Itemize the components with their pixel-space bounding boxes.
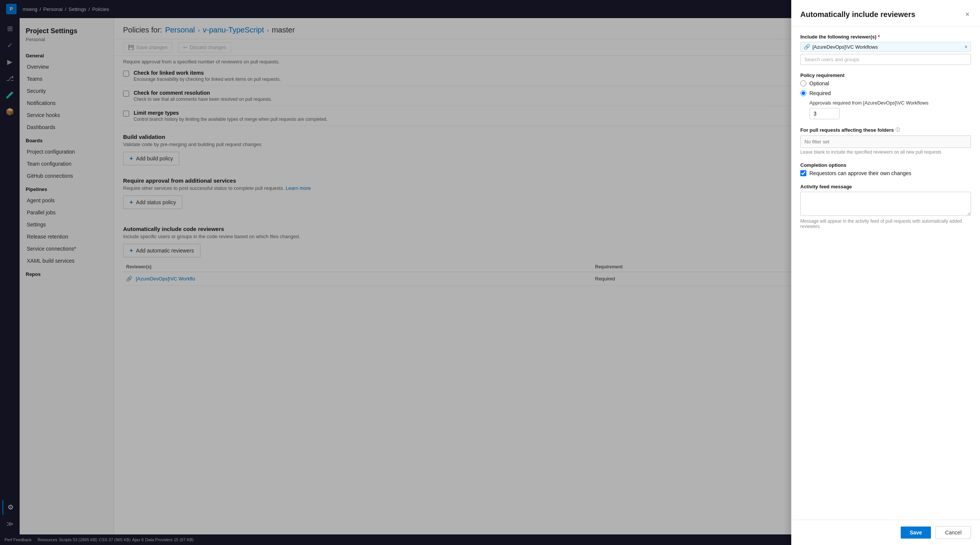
completion-options-label: Completion options [800,162,971,168]
approvals-label: Approvals required from [AzureDevOps]\VC… [809,100,971,106]
optional-radio-label: Optional [809,80,829,86]
reviewer-remove-button[interactable]: × [964,44,967,50]
policy-req-label: Policy requirement [800,73,971,78]
reviewer-field: Include the following reviewer(s) * 🔗 [A… [800,34,971,65]
modal-title: Automatically include reviewers [800,10,915,19]
info-icon[interactable]: ⓘ [896,127,900,133]
modal-footer: Save Cancel [791,520,980,545]
optional-radio-item[interactable]: Optional [800,80,971,86]
required-radio-item[interactable]: Required [800,90,971,96]
reviewer-tag-icon: 🔗 [804,44,810,50]
modal-close-button[interactable]: × [964,9,971,20]
required-radio[interactable] [800,90,807,96]
modal-body: Include the following reviewer(s) * 🔗 [A… [791,26,980,520]
folders-input[interactable] [800,135,971,148]
required-star: * [878,34,880,40]
completion-options-field: Completion options Requestors can approv… [800,162,971,176]
requestors-approve-row[interactable]: Requestors can approve their own changes [800,170,971,176]
optional-radio[interactable] [800,80,807,86]
search-users-input[interactable] [800,54,971,65]
folders-hint: Leave blank to include the specified rev… [800,149,971,155]
policy-requirement-field: Policy requirement Optional Required App… [800,73,971,119]
activity-feed-label: Activity feed message [800,184,971,189]
policy-req-radio-group: Optional Required [800,80,971,96]
folders-field: For pull requests affecting these folder… [800,127,971,155]
activity-feed-field: Activity feed message Message will appea… [800,184,971,229]
modal-cancel-button[interactable]: Cancel [935,526,971,539]
reviewer-tag: 🔗 [AzureDevOps]\VC Workflows × [800,42,971,52]
modal-panel: Automatically include reviewers × Includ… [791,0,980,545]
activity-hint: Message will appear in the activity feed… [800,219,971,229]
folders-label: For pull requests affecting these folder… [800,127,971,133]
modal-header: Automatically include reviewers × [791,0,980,26]
modal-save-button[interactable]: Save [901,526,931,539]
reviewer-tag-name: [AzureDevOps]\VC Workflows [812,44,878,50]
activity-textarea[interactable] [800,192,971,216]
requestors-approve-checkbox[interactable] [800,170,807,176]
required-radio-label: Required [809,90,831,96]
requestors-approve-label: Requestors can approve their own changes [809,170,911,176]
reviewer-field-label: Include the following reviewer(s) * [800,34,971,40]
approvals-input[interactable] [809,108,840,119]
